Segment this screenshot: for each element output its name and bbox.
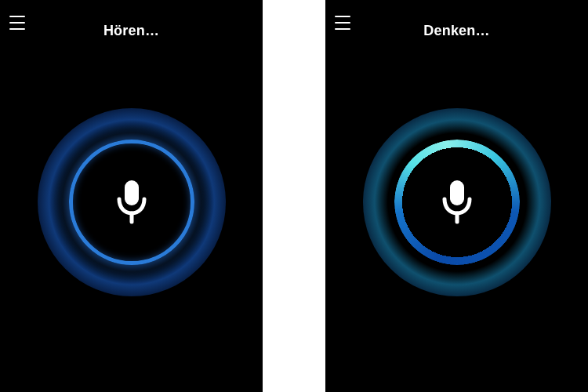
- status-title: Denken…: [325, 23, 588, 39]
- menu-icon[interactable]: [9, 16, 28, 30]
- voice-orb: [363, 108, 551, 296]
- microphone-button[interactable]: [434, 179, 481, 226]
- menu-icon[interactable]: [335, 16, 354, 30]
- status-title: Hören…: [0, 23, 263, 39]
- voice-orb: [38, 108, 226, 296]
- header: Denken…: [325, 0, 588, 47]
- microphone-icon: [440, 179, 474, 226]
- screenshot-divider: [263, 0, 325, 392]
- voice-assistant-screen-listening: Hören…: [0, 0, 263, 392]
- svg-rect-0: [125, 180, 139, 205]
- voice-assistant-screen-thinking: Denken…: [325, 0, 588, 392]
- microphone-icon: [114, 179, 149, 226]
- svg-rect-2: [450, 180, 464, 205]
- microphone-button[interactable]: [108, 179, 155, 226]
- header: Hören…: [0, 0, 263, 47]
